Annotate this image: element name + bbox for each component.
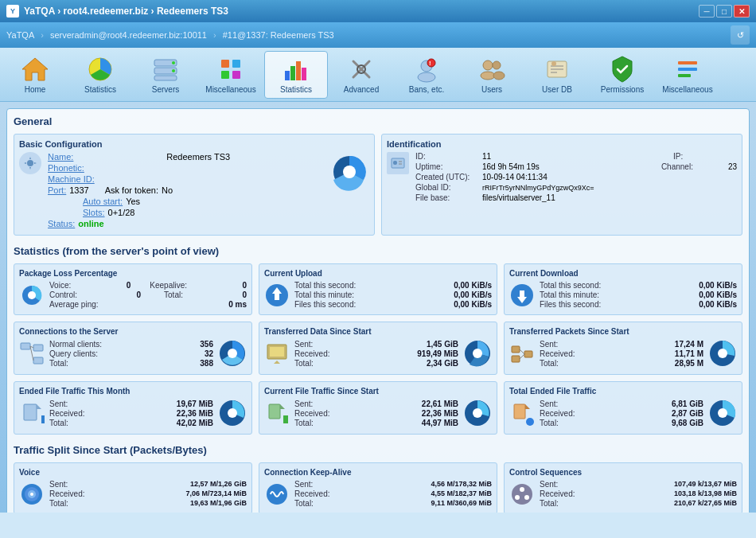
ended-file-traffic-title: Ended File Traffic This Month [19,387,247,396]
svg-marker-58 [274,361,280,364]
connections-data: Normal clients: 356 Query clients: 32 To… [49,340,213,368]
ended-file-pie [218,399,247,429]
connections-box: Connections to the Server [14,322,252,375]
title-bar: Y YaTQA › root4.redeemer.biz › Redeemers… [0,0,756,22]
close-button[interactable]: ✕ [734,5,750,18]
total-ended-file-icon [509,401,535,427]
toolbar-statistics-1[interactable]: Statistics [68,51,132,99]
svg-point-55 [228,349,237,358]
svg-point-25 [493,72,505,80]
minimize-button[interactable]: ─ [699,5,715,18]
status-label[interactable]: Status: [48,219,75,228]
svg-rect-50 [33,345,43,351]
control-traffic-stats: Sent: 107,49 k/13,67 MiB Received: 103,1… [540,480,737,509]
svg-rect-45 [275,294,279,300]
svg-rect-38 [393,161,397,165]
window-title: YaTQA › root4.redeemer.biz › Redeemers T… [24,6,228,17]
connections-pie [218,339,247,369]
svg-point-91 [524,495,529,500]
statistics-section: Statistics (from the server's point of v… [14,245,742,435]
address-bar: YaTQA › serveradmin@root4.redeemer.biz:1… [0,22,756,48]
stats-title: Statistics (from the server's point of v… [14,245,742,257]
toolbar-bans[interactable]: ! Bans, etc. [395,51,458,99]
transferred-packets-title: Transferred Packets Since Start [509,327,737,336]
maximize-button[interactable]: □ [716,5,732,18]
voice-icon [19,481,45,507]
slots-label[interactable]: Slots: [83,208,105,217]
keepalive-traffic-title: Connection Keep-Alive [264,468,492,477]
toolbar-servers[interactable]: Servers [134,51,197,99]
connections-title: Connections to the Server [19,327,247,336]
permissions-label: Permissions [601,85,644,94]
toolbar-misc-1[interactable]: Miscellaneous [199,51,263,99]
toolbar: Home Statistics Servers [0,48,756,102]
general-title: General [14,115,742,127]
file-base-label: File base: [415,193,479,202]
current-file-traffic-content: Sent: 22,61 MiB Received: 22,36 MiB Tota… [264,399,492,429]
phonetic-row: Phonetic: [48,163,320,173]
svg-rect-68 [24,404,37,420]
svg-point-67 [718,349,727,358]
stats-row-2: Connections to the Server [14,322,742,375]
traffic-split-title: Traffic Split Since Start (Packets/Bytes… [14,444,742,456]
misc-icon-1 [216,55,245,84]
stats-row-3: Ended File Traffic This Month Sent: [14,381,742,435]
channel-label: Channel: [661,162,725,171]
svg-marker-79 [525,404,530,409]
window-controls: ─ □ ✕ [699,5,750,18]
svg-rect-33 [678,74,691,77]
id-icon [387,152,409,174]
app-icon: Y [6,5,19,18]
machine-id-label[interactable]: Machine ID: [48,174,95,184]
id-val: 11 [482,152,670,161]
permissions-icon [608,55,637,84]
toolbar-statistics-active[interactable]: Statistics [264,51,328,99]
created-val: 10-09-14 04:11:34 [482,173,548,181]
toolbar-home[interactable]: Home [3,51,67,99]
status-val: online [78,219,103,228]
svg-point-22 [483,60,493,70]
svg-point-80 [526,418,534,426]
ask-token-val: No [162,185,173,195]
stats-row-1: Package Loss Percentage Voice: [14,263,742,315]
phonetic-label[interactable]: Phonetic: [48,163,84,173]
ip-label: IP: [673,152,737,161]
control-traffic-box: Control Sequences Sen [504,462,742,513]
svg-rect-9 [221,71,229,79]
svg-rect-10 [232,71,240,79]
name-label[interactable]: Name: [48,152,73,162]
svg-point-82 [718,408,727,418]
autostart-label[interactable]: Auto start: [83,197,123,206]
toolbar-misc-2[interactable]: Miscellaneous [656,51,719,99]
toolbar-advanced[interactable]: Advanced [329,51,393,99]
addr-segment-3[interactable]: #11@1337: Redeemers TS3 [223,30,334,40]
general-section: General Basic Configuration Name: [14,115,742,236]
server-pie-chart [329,152,369,192]
toolbar-users[interactable]: Users [460,51,524,99]
svg-point-72 [228,408,237,418]
total-ended-file-box: Total Ended File Traffic Sent: [504,381,742,435]
ended-file-traffic-stats: Sent: 19,67 MiB Received: 22,36 MiB Tota… [49,400,213,428]
package-loss-content: Voice: 0 Keepalive: 0 Control: 0 Total: … [19,281,247,310]
file-base-val: files/virtualserver_11 [482,193,555,202]
upload-data: Total this second: 0,00 KiB/s Total this… [294,281,492,310]
control-traffic-title: Control Sequences [509,468,737,477]
addr-segment-1[interactable]: YaTQA [6,30,34,40]
download-data: Total this second: 0,00 KiB/s Total this… [540,281,737,310]
uptime-label: Uptime: [415,162,479,171]
svg-point-88 [512,484,532,505]
svg-point-5 [172,61,175,64]
package-loss-title: Package Loss Percentage [19,269,247,278]
total-ended-file-title: Total Ended File Traffic [509,387,737,396]
traffic-split-section: Traffic Split Since Start (Packets/Bytes… [14,444,742,513]
toolbar-permissions[interactable]: Permissions [590,51,654,99]
addr-segment-2[interactable]: serveradmin@root4.redeemer.biz:10011 [50,30,207,40]
svg-line-64 [520,349,524,354]
port-label[interactable]: Port: [48,185,66,195]
port-row: Port: 1337 Ask for token: No [48,185,320,195]
svg-rect-78 [514,404,525,419]
addr-refresh-button[interactable]: ↺ [731,25,750,45]
toolbar-userdb[interactable]: User DB [525,51,589,99]
general-grid: Basic Configuration Name: Redeemers TS3 [14,134,742,236]
transferred-data-box: Transferred Data Since Start Sent: [259,322,497,375]
